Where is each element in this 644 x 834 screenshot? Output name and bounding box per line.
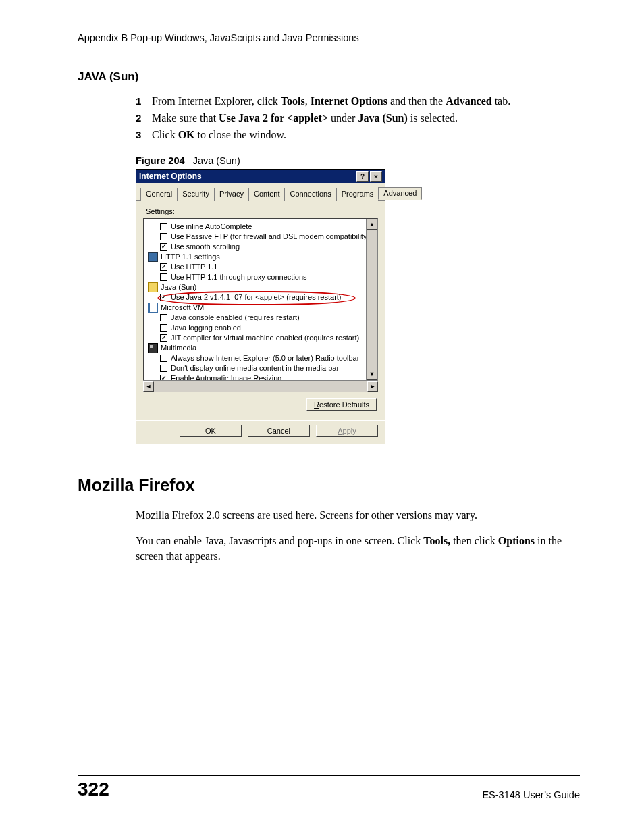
settings-item-label: HTTP 1.1 settings	[161, 252, 220, 262]
figure-caption: Figure 204 Java (Sun)	[136, 155, 580, 166]
dialog-button-row: OK Cancel Apply	[136, 420, 385, 444]
settings-tree[interactable]: Use inline AutoCompleteUse Passive FTP (…	[143, 218, 378, 380]
horizontal-scrollbar[interactable]: ◄ ►	[143, 380, 378, 392]
guide-name: ES-3148 User’s Guide	[482, 789, 580, 800]
step-text: From Internet Explorer, click Tools, Int…	[152, 95, 510, 107]
page-number: 322	[78, 779, 109, 800]
help-button[interactable]: ?	[356, 171, 369, 182]
settings-checkbox-row[interactable]: Java logging enabled	[148, 323, 377, 333]
scroll-left-icon[interactable]: ◄	[143, 381, 154, 392]
checkbox-icon[interactable]	[160, 365, 167, 372]
tab-connections[interactable]: Connections	[284, 188, 336, 201]
running-header: Appendix B Pop-up Windows, JavaScripts a…	[78, 32, 580, 47]
scroll-right-icon[interactable]: ►	[367, 381, 378, 392]
settings-item-label: Use inline AutoComplete	[171, 221, 252, 232]
figure-number: Figure 204	[136, 155, 185, 166]
scroll-thumb[interactable]	[367, 230, 377, 305]
checkbox-icon[interactable]: ✓	[160, 334, 167, 342]
ok-button[interactable]: OK	[180, 425, 242, 437]
category-icon	[148, 252, 158, 262]
settings-checkbox-row[interactable]: Use inline AutoComplete	[148, 221, 377, 232]
settings-category: Java (Sun)	[148, 282, 377, 292]
settings-item-label: Multimedia	[161, 343, 196, 353]
step-1: 1 From Internet Explorer, click Tools, I…	[136, 93, 580, 110]
tab-content[interactable]: Content	[248, 188, 286, 201]
settings-item-label: Always show Internet Explorer (5.0 or la…	[171, 353, 359, 363]
settings-checkbox-row[interactable]: Don't display online media content in th…	[148, 363, 377, 373]
page-footer: 322 ES-3148 User’s Guide	[78, 775, 580, 800]
restore-defaults-button[interactable]: Restore Defaults	[306, 398, 377, 411]
checkbox-icon[interactable]: ✓	[160, 243, 167, 251]
settings-category: HTTP 1.1 settings	[148, 252, 377, 262]
firefox-para-1: Mozilla Firefox 2.0 screens are used her…	[136, 507, 574, 523]
scroll-up-icon[interactable]: ▲	[367, 219, 377, 230]
figure-title: Java (Sun)	[193, 155, 240, 166]
settings-item-label: Java (Sun)	[161, 282, 196, 292]
settings-item-label: Microsoft VM	[161, 303, 204, 313]
settings-category: Microsoft VM	[148, 303, 377, 313]
apply-button[interactable]: Apply	[316, 425, 378, 437]
checkbox-icon[interactable]	[160, 324, 167, 332]
settings-category: Multimedia	[148, 343, 377, 353]
settings-item-label: Use Java 2 v1.4.1_07 for <applet> (requi…	[171, 292, 342, 303]
tab-privacy[interactable]: Privacy	[214, 188, 249, 201]
firefox-para-2: You can enable Java, Javascripts and pop…	[136, 533, 574, 564]
step-2: 2 Make sure that Use Java 2 for <applet>…	[136, 110, 580, 127]
settings-item-label: Java logging enabled	[171, 323, 241, 333]
checkbox-icon[interactable]	[160, 273, 167, 281]
cancel-button[interactable]: Cancel	[248, 425, 310, 437]
settings-item-label: Don't display online media content in th…	[171, 363, 339, 373]
step-text: Click OK to close the window.	[152, 129, 286, 140]
vertical-scrollbar[interactable]: ▲ ▼	[366, 219, 377, 380]
settings-item-label: JIT compiler for virtual machine enabled…	[171, 333, 359, 343]
checkbox-icon[interactable]: ✓	[160, 263, 167, 271]
step-number: 1	[136, 93, 141, 109]
scroll-down-icon[interactable]: ▼	[367, 369, 377, 380]
internet-options-dialog: Internet Options ? × General Security Pr…	[136, 169, 385, 444]
settings-item-label: Use Passive FTP (for firewall and DSL mo…	[171, 232, 369, 242]
checkbox-icon[interactable]: ✓	[160, 375, 167, 380]
step-number: 2	[136, 110, 141, 126]
step-text: Make sure that Use Java 2 for <applet> u…	[152, 112, 458, 124]
settings-checkbox-row[interactable]: ✓Enable Automatic Image Resizing	[148, 373, 377, 380]
checkbox-icon[interactable]	[160, 223, 167, 230]
tab-general[interactable]: General	[140, 188, 178, 201]
java-steps-list: 1 From Internet Explorer, click Tools, I…	[136, 93, 580, 143]
tab-programs[interactable]: Programs	[336, 188, 379, 201]
settings-checkbox-row[interactable]: ✓Use Java 2 v1.4.1_07 for <applet> (requ…	[148, 292, 377, 303]
settings-checkbox-row[interactable]: Always show Internet Explorer (5.0 or la…	[148, 353, 377, 363]
settings-label: Settings:	[146, 207, 378, 215]
tab-advanced[interactable]: Advanced	[378, 187, 422, 200]
checkbox-icon[interactable]	[160, 355, 167, 362]
checkbox-icon[interactable]	[160, 233, 167, 240]
settings-item-label: Use smooth scrolling	[171, 242, 240, 252]
category-icon	[148, 282, 158, 292]
step-3: 3 Click OK to close the window.	[136, 127, 580, 144]
tab-security[interactable]: Security	[177, 188, 215, 201]
settings-item-label: Use HTTP 1.1 through proxy connections	[171, 272, 307, 282]
category-icon	[148, 303, 158, 313]
category-icon	[148, 343, 158, 353]
close-button[interactable]: ×	[370, 171, 382, 182]
heading-java-sun: JAVA (Sun)	[78, 70, 580, 84]
settings-checkbox-row[interactable]: Use HTTP 1.1 through proxy connections	[148, 272, 377, 282]
checkbox-icon[interactable]: ✓	[160, 294, 167, 301]
advanced-pane: Settings: Use inline AutoCompleteUse Pas…	[136, 201, 385, 420]
settings-checkbox-row[interactable]: ✓JIT compiler for virtual machine enable…	[148, 333, 377, 343]
settings-item-label: Java console enabled (requires restart)	[171, 313, 300, 323]
heading-mozilla-firefox: Mozilla Firefox	[78, 475, 580, 495]
settings-checkbox-row[interactable]: ✓Use HTTP 1.1	[148, 262, 377, 272]
settings-item-label: Use HTTP 1.1	[171, 262, 218, 272]
settings-checkbox-row[interactable]: ✓Use smooth scrolling	[148, 242, 377, 252]
settings-item-label: Enable Automatic Image Resizing	[171, 373, 281, 380]
settings-checkbox-row[interactable]: Use Passive FTP (for firewall and DSL mo…	[148, 232, 377, 242]
settings-checkbox-row[interactable]: Java console enabled (requires restart)	[148, 313, 377, 323]
tab-strip: General Security Privacy Content Connect…	[136, 183, 385, 201]
dialog-titlebar: Internet Options ? ×	[136, 170, 385, 183]
checkbox-icon[interactable]	[160, 314, 167, 321]
step-number: 3	[136, 127, 141, 142]
dialog-title: Internet Options	[139, 172, 202, 181]
